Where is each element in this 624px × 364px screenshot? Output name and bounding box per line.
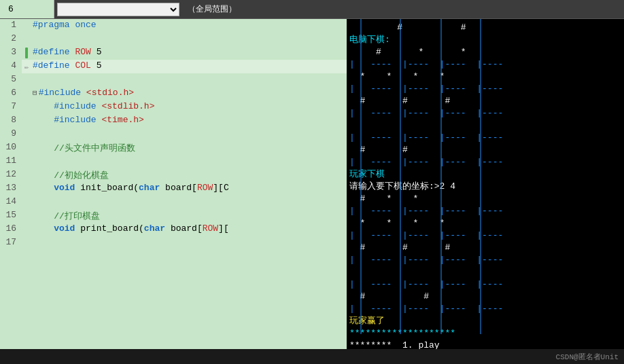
bottom-bar: CSDN@匿名者Unit	[0, 349, 624, 364]
code-line: 9	[0, 128, 347, 141]
terminal-line: | ---- |---- |---- |----	[349, 83, 621, 95]
line-content: #include <stdlib.h>	[31, 101, 347, 114]
code-line: 17	[0, 236, 347, 250]
code-line: 13 void init_board(char board[ROW][C	[0, 182, 347, 196]
code-line: 2	[0, 33, 347, 46]
line-content: ⊟#include <stdio.h>	[31, 87, 347, 101]
line-gutter	[22, 168, 31, 182]
line-content	[31, 155, 347, 168]
line-gutter	[22, 223, 31, 236]
terminal-line: # * *	[349, 46, 621, 58]
terminal-line: # #	[349, 291, 621, 303]
line-gutter	[22, 19, 31, 33]
line-number: 3	[0, 46, 22, 60]
terminal-line: # #	[349, 22, 621, 34]
pencil-icon: ✏	[24, 62, 29, 71]
scope-label: （全局范围）	[188, 3, 237, 15]
line-content	[31, 73, 347, 87]
line-number: 5	[0, 73, 22, 87]
line-number: 1	[0, 19, 22, 33]
line-content: void print_board(char board[ROW][	[31, 223, 347, 236]
line-number: 17	[0, 236, 22, 250]
line-content	[31, 236, 347, 250]
terminal-line: # # #	[349, 95, 621, 107]
terminal-line: * * * *	[349, 71, 621, 83]
line-gutter	[22, 196, 31, 209]
line-number: 4	[0, 60, 22, 73]
code-line: 8 #include <time.h>	[0, 114, 347, 128]
tab-label[interactable]: 6	[0, 0, 54, 18]
code-line: 10 //头文件中声明函数	[0, 141, 347, 155]
code-line: 7 #include <stdlib.h>	[0, 101, 347, 114]
line-content: //初始化棋盘	[31, 168, 347, 182]
terminal-line: # # #	[349, 242, 621, 254]
code-line: 3#define ROW 5	[0, 46, 347, 60]
terminal-line: # * *	[349, 193, 621, 205]
main-content: 1#pragma once23#define ROW 54✏#define CO…	[0, 19, 624, 349]
code-area[interactable]: 1#pragma once23#define ROW 54✏#define CO…	[0, 19, 347, 349]
line-gutter	[22, 128, 31, 141]
terminal-line: 玩家下棋	[349, 168, 621, 181]
line-content: //头文件中声明函数	[31, 141, 347, 155]
terminal-line: 电脑下棋:	[349, 34, 621, 46]
line-gutter	[22, 101, 31, 114]
code-line: 6⊟#include <stdio.h>	[0, 87, 347, 101]
line-content: #pragma once	[31, 19, 347, 33]
terminal-line: | ---- |---- |---- |----	[349, 132, 621, 144]
line-number: 11	[0, 155, 22, 168]
line-gutter	[22, 182, 31, 196]
terminal-line: 请输入要下棋的坐标:>2 4	[349, 181, 621, 193]
line-number: 6	[0, 87, 22, 101]
line-gutter	[22, 73, 31, 87]
line-gutter	[22, 87, 31, 101]
terminal-line	[349, 120, 621, 132]
terminal-content: # #电脑下棋: # * *| ---- |---- |---- |---- *…	[349, 22, 621, 349]
watermark: CSDN@匿名者Unit	[556, 352, 619, 362]
line-number: 2	[0, 33, 22, 46]
line-gutter	[22, 236, 31, 250]
terminal-line: | ---- |---- |---- |----	[349, 303, 621, 315]
line-number: 13	[0, 182, 22, 196]
line-number: 16	[0, 223, 22, 236]
line-number: 14	[0, 196, 22, 209]
line-number: 7	[0, 101, 22, 114]
terminal-line: | ---- |---- |---- |----	[349, 58, 621, 71]
terminal-line: * * * *	[349, 217, 621, 230]
line-gutter	[22, 46, 31, 60]
line-number: 8	[0, 114, 22, 128]
terminal-line: # #	[349, 144, 621, 156]
line-gutter: ✏	[22, 60, 31, 73]
line-number: 12	[0, 168, 22, 182]
terminal-line: ********************	[349, 327, 621, 340]
line-content: //打印棋盘	[31, 209, 347, 223]
code-line: 15 //打印棋盘	[0, 209, 347, 223]
line-content	[31, 196, 347, 209]
terminal-line: 玩家赢了	[349, 315, 621, 327]
line-number: 15	[0, 209, 22, 223]
code-line: 4✏#define COL 5	[0, 60, 347, 73]
line-content: #define COL 5	[31, 60, 347, 73]
code-line: 5	[0, 73, 347, 87]
line-number: 10	[0, 141, 22, 155]
terminal-line	[349, 266, 621, 278]
terminal-line: ******** 1. play	[349, 340, 621, 349]
line-gutter	[22, 209, 31, 223]
line-gutter	[22, 141, 31, 155]
line-content	[31, 33, 347, 46]
tab-dropdown[interactable]	[57, 3, 179, 16]
terminal-line: | ---- |---- |---- |----	[349, 278, 621, 291]
terminal-line: | ---- |---- |---- |----	[349, 107, 621, 120]
terminal-line: | ---- |---- |---- |----	[349, 230, 621, 242]
terminal-panel: # #电脑下棋: # * *| ---- |---- |---- |---- *…	[347, 19, 624, 349]
code-line: 11	[0, 155, 347, 168]
editor-panel: 1#pragma once23#define ROW 54✏#define CO…	[0, 19, 347, 349]
line-content	[31, 128, 347, 141]
terminal-line: | ---- |---- |---- |----	[349, 156, 621, 168]
line-content: #define ROW 5	[31, 46, 347, 60]
code-line: 16 void print_board(char board[ROW][	[0, 223, 347, 236]
terminal-line: | ---- |---- |---- |----	[349, 254, 621, 266]
code-line: 1#pragma once	[0, 19, 347, 33]
code-line: 14	[0, 196, 347, 209]
line-gutter	[22, 33, 31, 46]
line-content: #include <time.h>	[31, 114, 347, 128]
